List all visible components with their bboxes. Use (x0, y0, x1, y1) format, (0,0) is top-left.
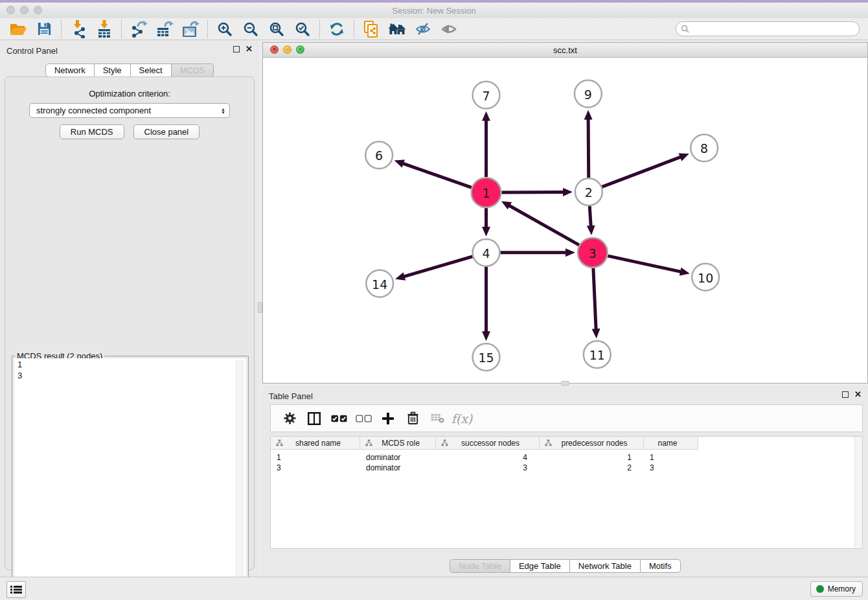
create-column-button[interactable] (376, 407, 400, 430)
control-panel-float-icon[interactable] (233, 46, 240, 52)
graph-edge-2-3[interactable] (589, 206, 591, 227)
import-table-icon (96, 20, 113, 38)
show-panels-button[interactable] (436, 19, 462, 40)
graph-edge-arrow-2-3 (587, 225, 595, 235)
column-header-successor-nodes[interactable]: successor nodes (436, 437, 540, 450)
graph-edge-3-1[interactable] (508, 205, 579, 245)
hide-panels-button[interactable] (410, 19, 436, 40)
tab-network[interactable]: Network (45, 63, 95, 77)
network-view-titlebar[interactable]: ✕ − + scc.txt (263, 43, 867, 58)
unselect-all-columns-button[interactable] (351, 407, 376, 430)
table-toolbar: f(x) (270, 404, 863, 432)
graph-edge-3-10[interactable] (608, 256, 681, 272)
task-history-button[interactable] (6, 581, 26, 598)
network-close-button[interactable]: ✕ (270, 45, 279, 54)
cell-name[interactable]: 3 (644, 463, 698, 473)
delete-column-button[interactable] (400, 407, 425, 430)
gear-icon (284, 412, 296, 424)
table-scrollbar[interactable] (854, 437, 862, 548)
refresh-view-button[interactable] (324, 19, 350, 40)
export-image-icon (182, 21, 200, 38)
tab-network-table[interactable]: Network Table (570, 559, 641, 573)
search-input[interactable] (689, 23, 859, 35)
network-from-file-button[interactable] (358, 19, 384, 40)
zoom-fit-icon (269, 21, 284, 37)
graph-edge-1-2[interactable] (501, 192, 564, 192)
network-canvas[interactable]: 7968124314101511 (263, 58, 867, 383)
column-header-shared-name[interactable]: shared name (271, 437, 360, 450)
mcds-result-scrollbar[interactable] (236, 360, 244, 597)
close-panel-button[interactable]: Close panel (133, 124, 200, 139)
graph-node-label-3: 3 (589, 246, 597, 260)
zoom-out-icon (243, 21, 258, 37)
column-header-mcds-role[interactable]: MCDS role (360, 437, 436, 450)
zoom-out-button[interactable] (238, 19, 264, 40)
run-mcds-button[interactable]: Run MCDS (60, 124, 124, 139)
export-image-button[interactable] (177, 19, 203, 40)
import-table-button[interactable] (91, 19, 117, 40)
graph-edge-2-9[interactable] (588, 119, 589, 178)
cell-mcds-role[interactable]: dominator (360, 463, 436, 473)
graph-edge-2-8[interactable] (602, 157, 681, 187)
home-button[interactable] (384, 19, 410, 40)
column-header-name[interactable]: name (644, 437, 698, 450)
tab-motifs[interactable]: Motifs (641, 559, 681, 573)
graph-node-label-10: 10 (698, 271, 713, 285)
tab-mcds[interactable]: MCDS (172, 63, 214, 77)
table-settings-button[interactable] (277, 407, 302, 430)
horizontal-splitter-handle[interactable] (561, 381, 569, 386)
vertical-splitter-handle[interactable] (258, 302, 262, 313)
maximize-window-button[interactable] (34, 6, 42, 14)
function-icon: f(x) (451, 411, 473, 426)
cell-predecessor-nodes[interactable]: 1 (540, 452, 644, 463)
network-minimize-button[interactable]: − (283, 45, 291, 54)
criterion-dropdown-value: strongly connected component (36, 106, 151, 115)
optimization-criterion-label: Optimization criterion: (5, 89, 254, 98)
delete-table-icon (431, 413, 444, 423)
cell-shared-name[interactable]: 3 (271, 463, 360, 473)
show-columns-button[interactable] (302, 407, 326, 430)
zoom-fit-button[interactable] (264, 19, 290, 40)
cell-name[interactable]: 1 (644, 452, 698, 463)
cell-mcds-role[interactable]: dominator (360, 452, 436, 463)
memory-button[interactable]: Memory (810, 581, 863, 597)
select-all-columns-button[interactable] (326, 407, 351, 430)
save-session-button[interactable] (31, 19, 57, 40)
graph-edge-4-14[interactable] (403, 257, 472, 277)
table-panel-float-icon[interactable] (842, 391, 849, 398)
list-icon (10, 585, 22, 594)
zoom-selected-icon (295, 21, 310, 37)
delete-table-button-disabled (425, 407, 450, 430)
tab-node-table[interactable]: Node Table (450, 559, 510, 573)
table-row[interactable]: 1 dominator 4 1 1 (271, 452, 698, 463)
criterion-dropdown[interactable]: strongly connected component ▲▼ (29, 103, 230, 118)
graph-edge-3-11[interactable] (593, 268, 596, 330)
graph-edge-arrow-1-7 (482, 111, 490, 121)
cell-shared-name[interactable]: 1 (271, 452, 360, 463)
tab-style[interactable]: Style (95, 63, 131, 77)
control-panel-close-icon[interactable]: ✕ (246, 46, 253, 52)
cell-successor-nodes[interactable]: 3 (436, 463, 540, 473)
graph-node-label-14: 14 (372, 277, 387, 292)
search-field (676, 21, 860, 36)
mcds-result-textarea[interactable]: 1 3 (14, 358, 246, 599)
table-row[interactable]: 3 dominator 3 2 3 (271, 463, 698, 473)
column-header-predecessor-nodes[interactable]: predecessor nodes (540, 437, 644, 450)
zoom-selected-button[interactable] (290, 19, 315, 40)
export-table-button[interactable] (152, 19, 177, 40)
close-window-button[interactable] (6, 6, 15, 14)
graph-edge-1-6[interactable] (402, 163, 472, 187)
export-network-button[interactable] (126, 19, 152, 40)
cell-successor-nodes[interactable]: 4 (436, 452, 540, 463)
tab-edge-table[interactable]: Edge Table (510, 559, 570, 573)
toolbar-separator (207, 20, 208, 38)
graph-edge-arrow-4-3 (565, 248, 575, 257)
network-maximize-button[interactable]: + (296, 45, 304, 54)
zoom-in-button[interactable] (212, 19, 238, 40)
minimize-window-button[interactable] (20, 6, 29, 14)
cell-predecessor-nodes[interactable]: 2 (540, 463, 644, 473)
import-network-button[interactable] (65, 19, 91, 40)
open-session-button[interactable] (5, 19, 31, 40)
tab-select[interactable]: Select (131, 63, 172, 77)
table-panel-close-icon[interactable]: ✕ (854, 391, 862, 398)
